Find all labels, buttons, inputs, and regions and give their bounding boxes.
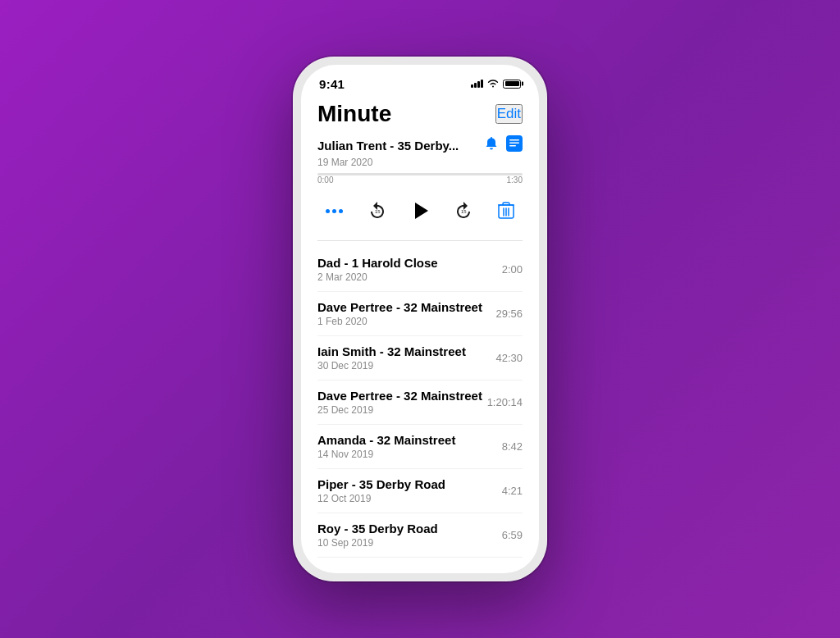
list-item[interactable]: Dad - 1 Harold Close 2 Mar 2020 2:00 [317, 248, 523, 292]
svg-rect-3 [509, 145, 516, 147]
svg-text:15: 15 [461, 209, 467, 214]
recording-duration: 1:20:14 [486, 396, 523, 408]
svg-text:15: 15 [375, 209, 381, 214]
recording-duration: 6:59 [486, 529, 523, 541]
notes-icon[interactable] [506, 135, 523, 155]
delete-button[interactable] [493, 198, 519, 224]
recording-duration: 29:56 [486, 308, 523, 320]
recording-name: Amanda - 32 Mainstreet [317, 433, 486, 447]
list-item[interactable]: Piper - 35 Derby Road 12 Oct 2019 4:21 [317, 469, 523, 513]
forward-button[interactable]: 15 [450, 198, 477, 224]
recording-date: 12 Oct 2019 [317, 493, 486, 504]
svg-rect-1 [509, 139, 519, 141]
recording-duration: 2:00 [486, 263, 523, 276]
recording-name: Piper - 35 Derby Road [317, 477, 486, 491]
play-button[interactable] [407, 198, 433, 224]
bell-icon[interactable] [485, 136, 498, 154]
dots-icon [326, 209, 343, 213]
edit-button[interactable]: Edit [495, 104, 523, 124]
app-header: Minute Edit [317, 94, 523, 135]
recording-date: 25 Dec 2019 [317, 404, 486, 416]
recording-info: Dave Pertree - 32 Mainstreet 25 Dec 2019 [317, 389, 486, 416]
progress-labels: 0:00 1:30 [317, 175, 523, 185]
list-item[interactable]: Dave Pertree - 32 Mainstreet 25 Dec 2019… [317, 381, 523, 425]
recording-duration: 42:30 [486, 352, 523, 364]
recording-date: 30 Dec 2019 [317, 360, 486, 371]
recording-info: Iain Smith - 32 Mainstreet 30 Dec 2019 [317, 344, 486, 371]
signal-icon [471, 80, 483, 88]
recording-info: Piper - 35 Derby Road 12 Oct 2019 [317, 477, 486, 504]
recording-name: Dave Pertree - 32 Mainstreet [317, 389, 486, 403]
recording-info: Dad - 1 Harold Close 2 Mar 2020 [317, 256, 486, 283]
notch [371, 65, 469, 83]
now-playing-section: Julian Trent - 35 Derby... [317, 135, 523, 241]
list-item[interactable]: Roy - 35 Derby Road 10 Sep 2019 6:59 [317, 513, 523, 558]
phone-screen: 9:41 [301, 65, 539, 573]
rewind-button[interactable]: 15 [364, 198, 390, 224]
recording-date: 1 Feb 2020 [317, 316, 486, 327]
page-title: Minute [317, 101, 391, 127]
recording-name: Roy - 35 Derby Road [317, 522, 486, 535]
list-item[interactable]: Iain Smith - 32 Mainstreet 30 Dec 2019 4… [317, 336, 523, 381]
recording-duration: 4:21 [486, 485, 523, 497]
recording-date: 14 Nov 2019 [317, 449, 486, 460]
app-content: Minute Edit Julian Trent - 35 Derby... [301, 94, 539, 573]
recording-info: Amanda - 32 Mainstreet 14 Nov 2019 [317, 433, 486, 460]
svg-rect-2 [509, 143, 519, 144]
recording-info: Dave Pertree - 32 Mainstreet 1 Feb 2020 [317, 300, 486, 327]
recording-info: Roy - 35 Derby Road 10 Sep 2019 [317, 522, 486, 549]
wifi-icon [487, 79, 499, 89]
recording-name: Iain Smith - 32 Mainstreet [317, 344, 486, 358]
recording-name: Dave Pertree - 32 Mainstreet [317, 300, 486, 314]
now-playing-top: Julian Trent - 35 Derby... [317, 135, 523, 155]
battery-icon [503, 80, 521, 89]
recording-date: 10 Sep 2019 [317, 537, 486, 549]
progress-start: 0:00 [317, 175, 333, 185]
list-item[interactable]: Dave Pertree - 32 Mainstreet 1 Feb 2020 … [317, 292, 523, 336]
recording-date: 2 Mar 2020 [317, 271, 486, 283]
recording-name: Dad - 1 Harold Close [317, 256, 486, 270]
status-time: 9:41 [319, 77, 345, 91]
recording-list: Dad - 1 Harold Close 2 Mar 2020 2:00 Dav… [317, 244, 523, 558]
play-icon [415, 203, 428, 219]
now-playing-date: 19 Mar 2020 [317, 157, 523, 168]
status-icons [471, 79, 521, 89]
more-button[interactable] [321, 198, 347, 224]
recording-duration: 8:42 [486, 440, 523, 453]
now-playing-title: Julian Trent - 35 Derby... [317, 139, 485, 153]
list-item[interactable]: Amanda - 32 Mainstreet 14 Nov 2019 8:42 [317, 425, 523, 469]
now-playing-icons [485, 135, 523, 155]
progress-container[interactable]: 0:00 1:30 [317, 173, 523, 185]
phone-frame: 9:41 [293, 57, 547, 581]
playback-controls: 15 15 [317, 189, 523, 230]
progress-end: 1:30 [507, 175, 523, 185]
progress-track[interactable] [317, 173, 523, 175]
